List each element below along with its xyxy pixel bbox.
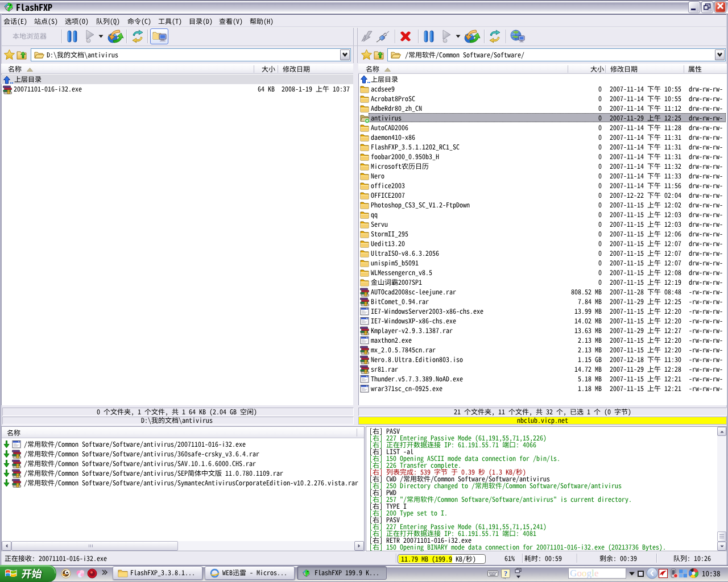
svg-text:G: G — [570, 568, 577, 579]
svg-text:GO: GO — [86, 40, 91, 43]
svg-text:o: o — [577, 568, 582, 579]
svg-text:?: ? — [504, 569, 507, 577]
svg-text:GO: GO — [443, 40, 448, 43]
svg-text:e: e — [594, 568, 599, 579]
svg-text:o: o — [582, 568, 587, 579]
